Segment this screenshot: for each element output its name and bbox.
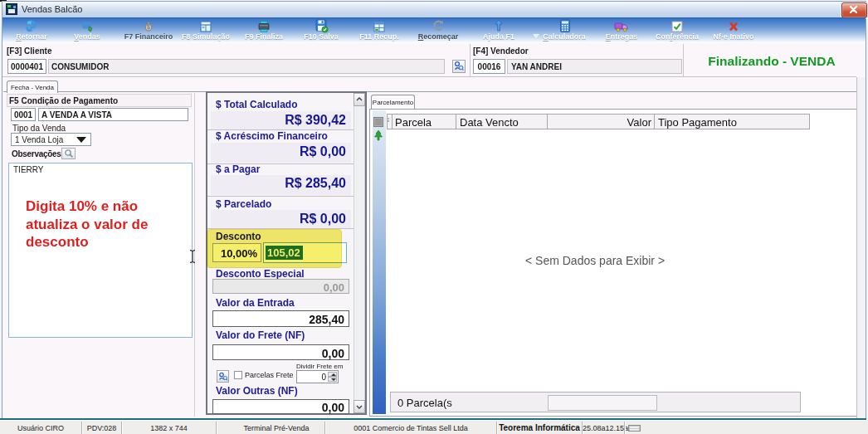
svg-text:$: $ <box>147 24 150 31</box>
